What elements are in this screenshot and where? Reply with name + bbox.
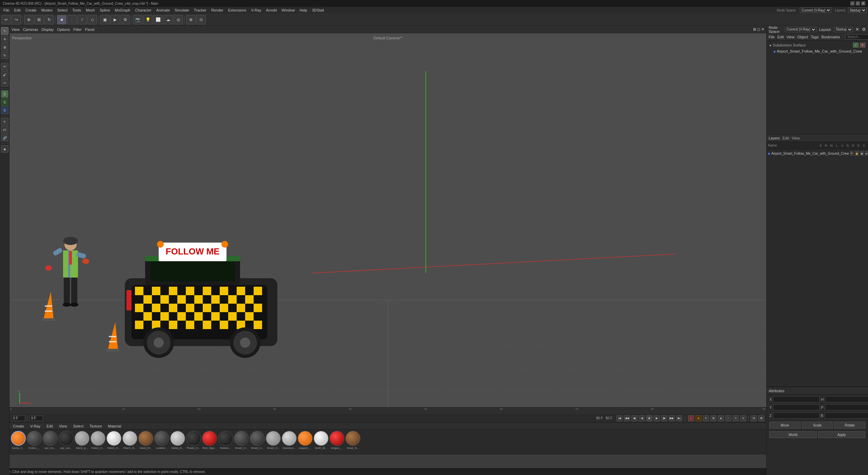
viewport-menu-panel[interactable]: Panel bbox=[85, 27, 95, 32]
viewport-menu-options[interactable]: Options bbox=[57, 27, 70, 32]
layers-view-tab[interactable]: View bbox=[792, 136, 800, 140]
material-slot-5[interactable]: Fabric_C... bbox=[91, 431, 105, 454]
scale-tool[interactable]: ⊞ bbox=[1, 43, 8, 51]
play-button[interactable]: ▶ bbox=[654, 415, 660, 421]
object-check-btn[interactable]: ✓ bbox=[853, 43, 859, 48]
record-button[interactable]: ● bbox=[688, 415, 694, 421]
layer-lock-btn[interactable]: 🔒 bbox=[855, 151, 859, 156]
obj-mode-button[interactable]: ■ bbox=[57, 15, 66, 24]
menu-tools[interactable]: Tools bbox=[70, 7, 83, 13]
scale-tool-button[interactable]: ⊞ bbox=[34, 15, 44, 24]
autokey-button[interactable]: A bbox=[695, 415, 702, 421]
viewport-menu-filter[interactable]: Filter bbox=[73, 27, 81, 32]
next-key-button[interactable]: |▶ bbox=[661, 415, 667, 421]
material-slot-4[interactable]: fabric_p... bbox=[75, 431, 90, 454]
tab-tags[interactable]: Tags bbox=[811, 35, 818, 39]
menu-simulate[interactable]: Simulate bbox=[173, 7, 191, 13]
magnet-button[interactable]: ⊙ bbox=[196, 15, 206, 24]
extra1-button[interactable]: ⊟ bbox=[751, 415, 757, 421]
mat-tab-vray[interactable]: V-Ray bbox=[29, 423, 42, 429]
poly-mode-button[interactable]: ◇ bbox=[87, 15, 97, 24]
next-frame-button[interactable]: ▶▶ bbox=[669, 415, 675, 421]
menu-character[interactable]: Character bbox=[133, 7, 153, 13]
sky-button[interactable]: ☁ bbox=[163, 15, 173, 24]
xpresso-button[interactable]: X bbox=[740, 415, 746, 421]
material-slot-0[interactable]: Sama_C... bbox=[11, 431, 26, 454]
extra2-button[interactable]: ⊠ bbox=[758, 415, 764, 421]
close-button[interactable]: ✕ bbox=[861, 1, 865, 5]
mat-tab-texture[interactable]: Texture bbox=[88, 423, 103, 429]
menu-extensions[interactable]: Extensions bbox=[226, 7, 249, 13]
menu-window[interactable]: Window bbox=[279, 7, 297, 13]
material-slot-21[interactable]: head_N... bbox=[346, 431, 360, 454]
constraint-tool[interactable]: 🔗 bbox=[1, 134, 8, 141]
layer-row-0[interactable]: ■ Airport_Smart_Follow_Me_Car_with_Groun… bbox=[767, 150, 868, 157]
move-tool[interactable]: ✛ bbox=[1, 35, 8, 43]
light-button[interactable]: 💡 bbox=[143, 15, 153, 24]
viewport-canvas[interactable]: Perspective Default Camera** bbox=[9, 33, 766, 414]
tab-file[interactable]: File bbox=[769, 35, 775, 39]
stop-button[interactable]: ■ bbox=[646, 415, 652, 421]
render-region-button[interactable]: ▣ bbox=[100, 15, 110, 24]
enviro-button[interactable]: ◎ bbox=[174, 15, 183, 24]
menu-3dstali[interactable]: 3DStali bbox=[310, 7, 326, 13]
b-field[interactable] bbox=[825, 413, 868, 419]
z-position-field[interactable] bbox=[773, 413, 820, 419]
menu-modes[interactable]: Modes bbox=[39, 7, 55, 13]
viewport-icon-3[interactable]: ✕ bbox=[761, 27, 764, 32]
material-slot-8[interactable]: Hand_M... bbox=[138, 431, 153, 454]
rotate-tool-button[interactable]: ↻ bbox=[44, 15, 54, 24]
material-slot-7[interactable]: Fibers_N... bbox=[122, 431, 137, 454]
material-slot-19[interactable]: teeth_M... bbox=[314, 431, 329, 454]
maximize-button[interactable]: □ bbox=[856, 1, 860, 5]
floor-button[interactable]: ⬜ bbox=[153, 15, 163, 24]
layer-eye-btn[interactable]: 👁 bbox=[850, 151, 853, 156]
mat-tab-create[interactable]: Create bbox=[12, 423, 25, 429]
menu-vray[interactable]: V-Ray bbox=[249, 7, 263, 13]
minimize-button[interactable]: ─ bbox=[850, 1, 854, 5]
node-space-select[interactable]: Current (V-Ray) bbox=[800, 7, 831, 13]
rotate-btn[interactable]: Rotate bbox=[834, 422, 865, 429]
key-sel-button[interactable]: ◈ bbox=[718, 415, 724, 421]
move-tool-button[interactable]: ⊕ bbox=[24, 15, 34, 24]
material-slot-3[interactable]: eye_out... bbox=[59, 431, 74, 454]
tag-tool[interactable]: 🏷 bbox=[1, 126, 8, 133]
layout-select-right[interactable]: Startup bbox=[834, 27, 853, 32]
material-slot-9[interactable]: Leather... bbox=[154, 431, 169, 454]
goto-start-button[interactable]: |◀ bbox=[616, 415, 623, 421]
mat-tab-view[interactable]: View bbox=[58, 423, 68, 429]
menu-mesh[interactable]: Mesh bbox=[84, 7, 97, 13]
timeline-button[interactable]: ≡ bbox=[733, 415, 739, 421]
rotate-tool[interactable]: ↻ bbox=[1, 52, 8, 59]
object-row-main[interactable]: ■ Airport_Smart_Follow_Me_Car_with_Groun… bbox=[768, 48, 867, 54]
menu-create[interactable]: Create bbox=[23, 7, 39, 13]
mat-tab-select[interactable]: Select bbox=[72, 423, 85, 429]
menu-tracker[interactable]: Tracker bbox=[192, 7, 209, 13]
menu-help[interactable]: Help bbox=[297, 7, 309, 13]
material-slot-10[interactable]: Metal_B... bbox=[170, 431, 185, 454]
knife-tool[interactable]: ✂ bbox=[1, 79, 8, 87]
viewport-area[interactable]: View Cameras Display Options Filter Pane… bbox=[9, 26, 766, 414]
layer-render-btn[interactable]: ▣ bbox=[860, 151, 864, 156]
object-x-btn[interactable]: ✕ bbox=[860, 43, 865, 48]
panel-options-button[interactable]: ⚙ bbox=[862, 27, 866, 32]
tab-view-obj[interactable]: View bbox=[787, 35, 795, 39]
object-search-input[interactable] bbox=[845, 34, 868, 40]
prev-key-button[interactable]: ◀| bbox=[631, 415, 637, 421]
layer-solo-btn[interactable]: ◈ bbox=[865, 151, 868, 156]
object-row-subdivision[interactable]: ● Subdivision Surface ✓ ✕ bbox=[768, 42, 867, 48]
mat-tab-material[interactable]: Material bbox=[106, 423, 122, 429]
move-btn[interactable]: Move bbox=[769, 422, 801, 429]
material-slot-1[interactable]: Cotton_... bbox=[27, 431, 42, 454]
render-settings-button[interactable]: ⚙ bbox=[120, 15, 130, 24]
material-slot-6[interactable]: Fabric_C... bbox=[106, 431, 121, 454]
goto-end-button[interactable]: ▶| bbox=[676, 415, 682, 421]
menu-select[interactable]: Select bbox=[55, 7, 70, 13]
layers-tab[interactable]: Layers bbox=[769, 136, 780, 140]
menu-edit[interactable]: Edit bbox=[12, 7, 23, 13]
timeline-ruler[interactable]: // Generated in HTML via inline ticks 0 … bbox=[9, 407, 766, 414]
material-slot-2[interactable]: eye_ins... bbox=[43, 431, 58, 454]
menu-render[interactable]: Render bbox=[209, 7, 225, 13]
scale-btn[interactable]: Scale bbox=[802, 422, 833, 429]
current-frame-field[interactable] bbox=[12, 416, 25, 421]
